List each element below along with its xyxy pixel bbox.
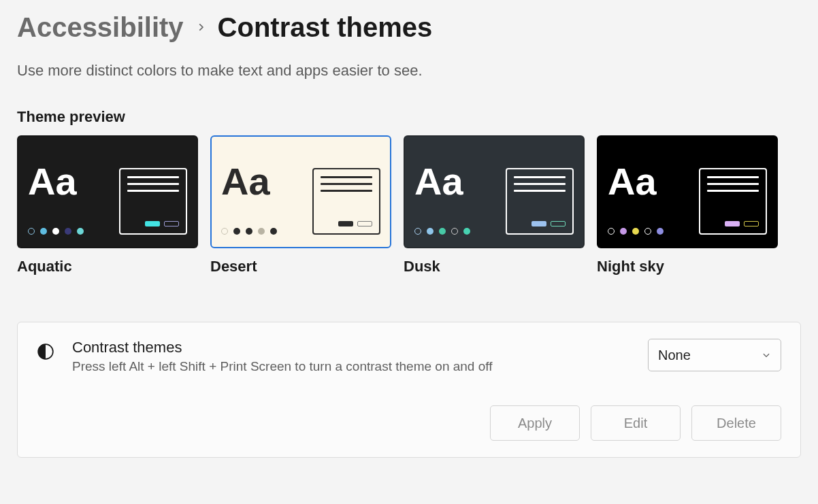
color-swatch [270,228,277,235]
color-swatch [451,228,458,235]
theme-thumbnail[interactable]: Aa [17,135,198,248]
color-swatch [657,228,664,235]
theme-color-swatches [414,228,470,235]
color-swatch [221,228,228,235]
theme-thumbnail[interactable]: Aa [210,135,391,248]
theme-sample-text: Aa [414,163,463,201]
theme-sample-text: Aa [28,163,77,201]
color-swatch [644,228,651,235]
theme-label: Night sky [597,258,778,275]
contrast-theme-select[interactable]: None [648,339,781,371]
theme-thumbnail[interactable]: Aa [404,135,585,248]
color-swatch [77,228,84,235]
color-swatch [258,228,265,235]
card-title: Contrast themes [72,339,630,356]
color-swatch [246,228,252,235]
breadcrumb: Accessibility Contrast themes [17,12,801,43]
theme-window-preview [119,168,187,235]
breadcrumb-parent[interactable]: Accessibility [17,12,184,43]
theme-item: AaAquatic [17,135,198,275]
theme-item: AaDesert [210,135,391,275]
contrast-icon [37,343,54,360]
theme-item: AaNight sky [597,135,778,275]
color-swatch [52,228,59,235]
color-swatch [439,228,446,235]
theme-color-swatches [221,228,277,235]
delete-button[interactable]: Delete [691,405,781,441]
color-swatch [28,228,35,235]
theme-sample-text: Aa [608,163,657,201]
theme-label: Desert [210,258,391,275]
theme-label: Dusk [404,258,585,275]
theme-sample-text: Aa [221,163,270,201]
color-swatch [233,228,240,235]
color-swatch [620,228,627,235]
select-value: None [658,348,691,363]
page-subtitle: Use more distinct colors to make text an… [17,62,801,80]
theme-color-swatches [28,228,84,235]
color-swatch [463,228,470,235]
theme-preview-grid: AaAquaticAaDesertAaDuskAaNight sky [17,135,801,275]
theme-window-preview [312,168,380,235]
contrast-themes-card: Contrast themes Press left Alt + left Sh… [17,322,801,458]
apply-button[interactable]: Apply [490,405,580,441]
color-swatch [608,228,615,235]
theme-thumbnail[interactable]: Aa [597,135,778,248]
theme-color-swatches [608,228,664,235]
theme-item: AaDusk [404,135,585,275]
section-heading-theme-preview: Theme preview [17,108,801,126]
page-title: Contrast themes [218,12,433,43]
color-swatch [427,228,433,235]
theme-label: Aquatic [17,258,198,275]
theme-window-preview [506,168,574,235]
theme-window-preview [699,168,767,235]
color-swatch [65,228,71,235]
color-swatch [414,228,421,235]
color-swatch [40,228,47,235]
chevron-right-icon [196,20,206,35]
chevron-down-icon [762,348,771,363]
color-swatch [632,228,639,235]
card-description: Press left Alt + left Shift + Print Scre… [72,359,630,374]
edit-button[interactable]: Edit [591,405,681,441]
